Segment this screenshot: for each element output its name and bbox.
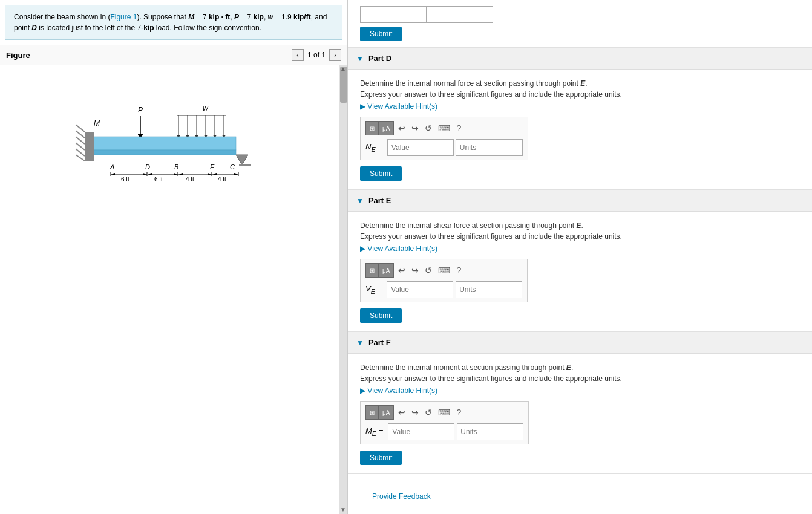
part-e-keyboard-button[interactable]: ⌨ bbox=[436, 264, 452, 277]
figure-next-button[interactable]: › bbox=[329, 49, 341, 61]
svg-line-18 bbox=[76, 149, 85, 156]
svg-line-17 bbox=[76, 143, 85, 150]
provide-feedback-link[interactable]: Provide Feedback bbox=[360, 483, 800, 510]
svg-line-19 bbox=[76, 155, 85, 161]
part-f-keyboard-button[interactable]: ⌨ bbox=[436, 406, 452, 419]
part-f-redo-button[interactable]: ↪ bbox=[410, 406, 421, 419]
svg-text:B: B bbox=[174, 163, 178, 171]
top-units-input[interactable] bbox=[427, 6, 493, 23]
part-d-grid-mu-group: ⊞ μA bbox=[365, 121, 394, 135]
part-e-mu-button[interactable]: μA bbox=[379, 264, 393, 277]
top-submit-area: Submit bbox=[348, 0, 812, 48]
part-d-answer-row: NE = bbox=[365, 139, 523, 156]
part-f-arrow: ▼ bbox=[356, 339, 364, 347]
part-e-arrow: ▼ bbox=[356, 197, 364, 205]
part-d-redo-button[interactable]: ↪ bbox=[410, 122, 421, 135]
figure-link[interactable]: Figure 1 bbox=[110, 13, 137, 21]
svg-rect-11 bbox=[94, 137, 236, 150]
part-f-var-label: ME = bbox=[365, 426, 383, 437]
part-d-mu-button[interactable]: μA bbox=[379, 122, 393, 135]
part-d-arrow: ▼ bbox=[356, 54, 364, 63]
part-f-units-input[interactable] bbox=[457, 423, 523, 440]
part-e-grid-mu-group: ⊞ μA bbox=[365, 263, 394, 278]
figure-prev-button[interactable]: ‹ bbox=[292, 49, 304, 61]
part-e-header[interactable]: ▼ Part E bbox=[348, 190, 812, 212]
part-e-undo-button[interactable]: ↩ bbox=[396, 264, 407, 277]
svg-marker-47 bbox=[234, 173, 238, 175]
svg-marker-41 bbox=[143, 173, 147, 175]
part-e-toolbar: ⊞ μA ↩ ↪ ↺ ⌨ ? bbox=[365, 263, 522, 278]
part-d-units-input[interactable] bbox=[456, 139, 523, 156]
svg-marker-42 bbox=[148, 173, 152, 175]
part-f-hint[interactable]: View Available Hint(s) bbox=[360, 386, 800, 395]
part-d-description: Determine the internal normal force at s… bbox=[360, 78, 800, 100]
part-d-help-button[interactable]: ? bbox=[454, 122, 463, 135]
part-e-section: ▼ Part E Determine the internal shear fo… bbox=[348, 190, 812, 332]
part-e-var-label: VE = bbox=[365, 284, 382, 295]
part-d-undo-button[interactable]: ↩ bbox=[396, 122, 407, 135]
part-d-label: Part D bbox=[368, 54, 391, 63]
figure-title: Figure bbox=[6, 51, 30, 60]
svg-marker-40 bbox=[111, 173, 115, 175]
part-f-label: Part F bbox=[368, 338, 391, 347]
top-submit-button[interactable]: Submit bbox=[360, 27, 402, 41]
svg-line-15 bbox=[76, 131, 85, 138]
svg-rect-12 bbox=[94, 150, 236, 155]
part-d-toolbar: ⊞ μA ↩ ↪ ↺ ⌨ ? bbox=[365, 121, 523, 135]
scroll-thumb bbox=[340, 67, 347, 103]
svg-text:P: P bbox=[138, 106, 143, 114]
svg-text:6 ft: 6 ft bbox=[121, 176, 129, 183]
svg-marker-46 bbox=[212, 173, 217, 175]
part-e-answer-row: VE = bbox=[365, 281, 522, 298]
figure-nav: ‹ 1 of 1 › bbox=[292, 49, 341, 61]
part-e-hint[interactable]: View Available Hint(s) bbox=[360, 244, 800, 253]
part-f-header[interactable]: ▼ Part F bbox=[348, 332, 812, 354]
svg-rect-13 bbox=[85, 132, 94, 161]
part-f-section: ▼ Part F Determine the internal moment a… bbox=[348, 332, 812, 474]
part-e-reset-button[interactable]: ↺ bbox=[423, 264, 434, 277]
part-f-content: Determine the internal moment at section… bbox=[348, 354, 812, 473]
svg-text:D: D bbox=[145, 163, 150, 171]
svg-text:6 ft: 6 ft bbox=[154, 176, 163, 183]
svg-line-14 bbox=[76, 125, 85, 132]
svg-text:4 ft: 4 ft bbox=[218, 176, 226, 183]
part-e-units-input[interactable] bbox=[456, 281, 522, 298]
part-e-grid-button[interactable]: ⊞ bbox=[366, 264, 379, 277]
part-f-help-button[interactable]: ? bbox=[454, 406, 463, 419]
figure-scrollbar[interactable] bbox=[339, 65, 347, 514]
part-d-hint[interactable]: View Available Hint(s) bbox=[360, 102, 800, 111]
part-e-redo-button[interactable]: ↪ bbox=[410, 264, 421, 277]
figure-header: Figure ‹ 1 of 1 › bbox=[0, 45, 347, 65]
part-f-undo-button[interactable]: ↩ bbox=[396, 406, 407, 419]
part-f-value-input[interactable] bbox=[388, 423, 454, 440]
part-d-reset-button[interactable]: ↺ bbox=[423, 122, 434, 135]
svg-marker-20 bbox=[236, 155, 248, 165]
part-d-submit-button[interactable]: Submit bbox=[360, 166, 402, 181]
part-f-submit-button[interactable]: Submit bbox=[360, 451, 402, 465]
part-d-grid-button[interactable]: ⊞ bbox=[366, 122, 379, 135]
part-f-grid-button[interactable]: ⊞ bbox=[366, 406, 379, 419]
part-d-keyboard-button[interactable]: ⌨ bbox=[436, 122, 452, 135]
part-d-value-input[interactable] bbox=[387, 139, 454, 156]
part-d-answer-box: ⊞ μA ↩ ↪ ↺ ⌨ ? NE = bbox=[360, 117, 528, 160]
part-e-help-button[interactable]: ? bbox=[454, 264, 463, 277]
part-f-grid-mu-group: ⊞ μA bbox=[365, 405, 394, 420]
figure-page-info: 1 of 1 bbox=[307, 51, 326, 59]
part-e-answer-box: ⊞ μA ↩ ↪ ↺ ⌨ ? VE = bbox=[360, 259, 528, 302]
beam-diagram: M P w bbox=[0, 65, 321, 186]
svg-text:C: C bbox=[230, 163, 235, 171]
scroll-down-arrow[interactable]: ▼ bbox=[339, 506, 347, 513]
scroll-up-arrow[interactable]: ▲ bbox=[339, 65, 347, 72]
part-f-description: Determine the internal moment at section… bbox=[360, 362, 800, 384]
svg-line-16 bbox=[76, 137, 85, 144]
top-value-input[interactable] bbox=[360, 6, 427, 23]
part-e-submit-button[interactable]: Submit bbox=[360, 308, 402, 323]
part-e-description: Determine the internal shear force at se… bbox=[360, 220, 800, 242]
part-e-value-input[interactable] bbox=[387, 281, 453, 298]
part-f-reset-button[interactable]: ↺ bbox=[423, 406, 434, 419]
part-f-mu-button[interactable]: μA bbox=[379, 406, 393, 419]
part-d-header[interactable]: ▼ Part D bbox=[348, 48, 812, 70]
svg-text:A: A bbox=[110, 163, 114, 171]
svg-marker-43 bbox=[174, 173, 178, 175]
svg-marker-44 bbox=[178, 173, 183, 175]
